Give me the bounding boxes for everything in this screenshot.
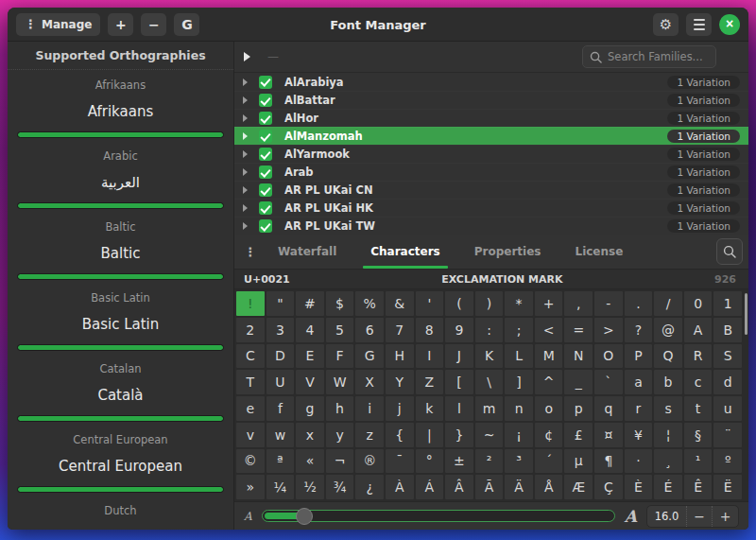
character-cell[interactable]: * bbox=[505, 291, 533, 316]
character-cell[interactable]: ¤ bbox=[594, 423, 623, 447]
character-cell[interactable]: W bbox=[326, 370, 354, 394]
font-size-slider[interactable] bbox=[262, 510, 615, 522]
character-cell[interactable]: · bbox=[625, 449, 653, 474]
manage-button[interactable]: ⋮ Manage bbox=[16, 13, 100, 36]
tab-waterfall[interactable]: Waterfall bbox=[261, 235, 353, 269]
character-cell[interactable]: x bbox=[296, 423, 324, 447]
google-fonts-button[interactable]: G bbox=[174, 13, 199, 36]
expander-icon[interactable] bbox=[243, 150, 248, 158]
character-cell[interactable]: ³ bbox=[505, 449, 533, 474]
enabled-checkbox[interactable] bbox=[259, 94, 272, 107]
character-cell[interactable]: ] bbox=[505, 370, 533, 394]
character-cell[interactable]: Ê bbox=[684, 475, 713, 499]
character-cell[interactable]: " bbox=[266, 291, 295, 316]
character-cell[interactable]: Ç bbox=[594, 475, 623, 499]
character-cell[interactable]: p bbox=[564, 396, 593, 421]
font-family-row[interactable]: AR PL UKai HK1 Variation bbox=[234, 199, 748, 217]
orthography-item[interactable]: BalticBaltic bbox=[8, 212, 233, 283]
tab-license[interactable]: License bbox=[558, 235, 641, 269]
font-family-row[interactable]: AlManzomah1 Variation bbox=[234, 127, 748, 145]
character-cell[interactable]: F bbox=[326, 344, 354, 369]
character-cell[interactable]: + bbox=[535, 291, 563, 316]
character-cell[interactable]: } bbox=[445, 423, 473, 447]
character-cell[interactable]: ¨ bbox=[713, 423, 742, 447]
enabled-checkbox[interactable] bbox=[259, 148, 272, 161]
character-cell[interactable]: Å bbox=[535, 475, 563, 499]
enabled-checkbox[interactable] bbox=[259, 130, 272, 143]
remove-fonts-button[interactable]: − bbox=[141, 13, 166, 36]
character-cell[interactable]: t bbox=[684, 396, 713, 421]
character-cell[interactable]: « bbox=[296, 449, 324, 474]
character-cell[interactable]: A bbox=[684, 318, 713, 342]
character-cell[interactable]: L bbox=[505, 344, 533, 369]
enabled-checkbox[interactable] bbox=[259, 219, 272, 233]
font-size-increase-button[interactable]: + bbox=[713, 506, 738, 527]
character-cell[interactable]: 8 bbox=[416, 318, 444, 342]
character-cell[interactable]: X bbox=[355, 370, 384, 394]
character-cell[interactable]: = bbox=[564, 318, 593, 342]
character-cell[interactable]: V bbox=[296, 370, 324, 394]
slider-handle[interactable] bbox=[296, 508, 313, 525]
character-cell[interactable]: 9 bbox=[445, 318, 473, 342]
character-cell[interactable]: Á bbox=[416, 475, 444, 499]
character-cell[interactable]: È bbox=[625, 475, 653, 499]
font-family-row[interactable]: AlYarmook1 Variation bbox=[234, 145, 748, 163]
preview-menu-dots-icon[interactable]: ⋮ bbox=[240, 245, 261, 259]
character-cell[interactable]: \ bbox=[475, 370, 504, 394]
character-cell[interactable]: C bbox=[236, 344, 265, 369]
character-cell[interactable]: / bbox=[654, 291, 682, 316]
character-cell[interactable]: : bbox=[475, 318, 504, 342]
orthography-item[interactable]: Dutch bbox=[8, 496, 233, 530]
font-family-row[interactable]: AlArabiya1 Variation bbox=[234, 73, 748, 91]
character-cell[interactable]: m bbox=[475, 396, 504, 421]
character-cell[interactable]: 2 bbox=[236, 318, 265, 342]
enabled-checkbox[interactable] bbox=[259, 201, 272, 215]
expander-icon[interactable] bbox=[243, 96, 248, 104]
character-cell[interactable]: [ bbox=[445, 370, 473, 394]
tab-properties[interactable]: Properties bbox=[457, 235, 558, 269]
app-menu-button[interactable] bbox=[686, 13, 712, 36]
character-cell[interactable]: » bbox=[236, 475, 265, 499]
character-cell[interactable]: ½ bbox=[296, 475, 324, 499]
character-cell[interactable]: ( bbox=[445, 291, 473, 316]
font-size-value[interactable]: 16.0 bbox=[647, 506, 687, 527]
character-cell[interactable]: ° bbox=[416, 449, 444, 474]
character-cell[interactable]: J bbox=[445, 344, 473, 369]
character-cell[interactable]: ¸ bbox=[654, 449, 682, 474]
character-cell[interactable]: $ bbox=[326, 291, 354, 316]
character-cell[interactable]: Ë bbox=[713, 475, 742, 499]
character-cell[interactable]: s bbox=[654, 396, 682, 421]
character-cell[interactable]: @ bbox=[654, 318, 682, 342]
character-cell[interactable]: 1 bbox=[713, 291, 742, 316]
character-cell[interactable]: u bbox=[713, 396, 742, 421]
search-families-input[interactable] bbox=[608, 50, 709, 63]
character-cell[interactable]: z bbox=[355, 423, 384, 447]
character-cell[interactable]: | bbox=[416, 423, 444, 447]
character-cell[interactable]: Y bbox=[386, 370, 414, 394]
character-cell[interactable]: 4 bbox=[296, 318, 324, 342]
character-cell[interactable]: w bbox=[266, 423, 295, 447]
expander-icon[interactable] bbox=[243, 222, 248, 230]
character-cell[interactable]: H bbox=[386, 344, 414, 369]
character-cell[interactable]: f bbox=[266, 396, 295, 421]
font-family-row[interactable]: AlHor1 Variation bbox=[234, 109, 748, 127]
character-cell[interactable]: U bbox=[266, 370, 295, 394]
expander-icon[interactable] bbox=[243, 132, 248, 140]
character-cell[interactable]: % bbox=[355, 291, 384, 316]
character-cell[interactable]: d bbox=[713, 370, 742, 394]
character-cell[interactable]: M bbox=[535, 344, 563, 369]
enabled-checkbox[interactable] bbox=[259, 165, 272, 179]
character-cell[interactable]: v bbox=[236, 423, 265, 447]
character-cell[interactable]: § bbox=[684, 423, 713, 447]
font-family-row[interactable]: AR PL UKai CN1 Variation bbox=[234, 181, 748, 199]
character-cell[interactable]: ? bbox=[625, 318, 653, 342]
character-cell[interactable]: I bbox=[416, 344, 444, 369]
character-cell[interactable]: D bbox=[266, 344, 295, 369]
character-cell[interactable]: o bbox=[535, 396, 563, 421]
add-fonts-button[interactable]: + bbox=[108, 13, 133, 36]
character-map-scrollbar[interactable] bbox=[745, 293, 747, 335]
orthography-item[interactable]: Basic LatinBasic Latin bbox=[8, 283, 233, 354]
character-cell[interactable]: ¿ bbox=[355, 475, 384, 499]
font-family-row[interactable]: AlBattar1 Variation bbox=[234, 91, 748, 109]
character-cell[interactable]: ¦ bbox=[654, 423, 682, 447]
